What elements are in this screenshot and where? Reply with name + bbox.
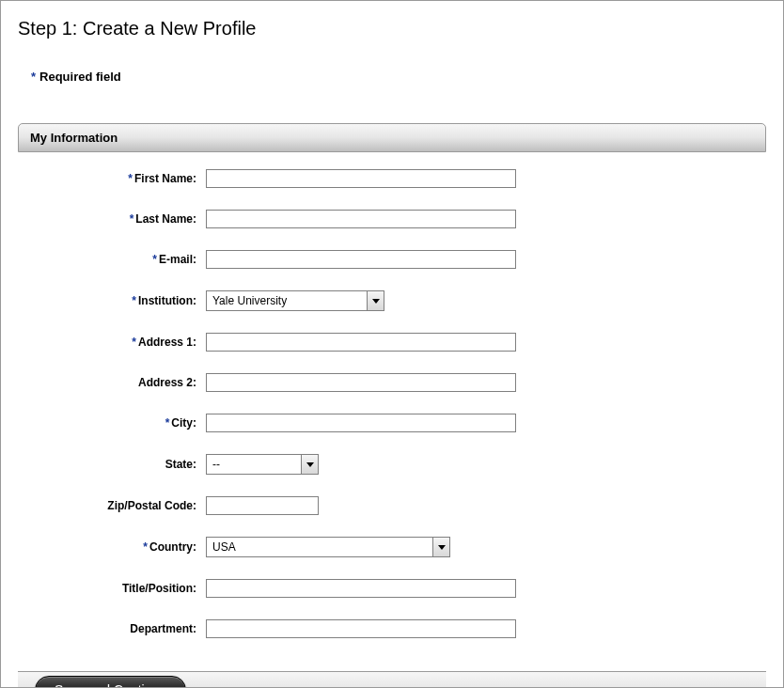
city-input[interactable]	[206, 414, 516, 432]
footer-bar: Save and Continue	[18, 671, 766, 688]
chevron-down-icon	[432, 538, 449, 556]
title-position-label: Title/Position:	[18, 582, 206, 595]
zip-label: Zip/Postal Code:	[18, 499, 206, 512]
required-field-text: Required field	[39, 70, 121, 84]
last-name-input[interactable]	[206, 210, 516, 228]
asterisk-icon: *	[143, 540, 148, 554]
first-name-label: *First Name:	[18, 172, 206, 185]
svg-marker-2	[438, 545, 446, 550]
institution-select[interactable]: Yale University	[206, 290, 384, 311]
save-and-continue-button[interactable]: Save and Continue	[35, 676, 186, 688]
email-input[interactable]	[206, 250, 516, 269]
asterisk-icon: *	[31, 70, 36, 84]
country-select[interactable]: USA	[206, 537, 450, 557]
asterisk-icon: *	[165, 416, 170, 430]
address2-input[interactable]	[206, 373, 516, 392]
chevron-down-icon	[301, 455, 318, 474]
label-text: First Name:	[134, 172, 196, 185]
address1-input[interactable]	[206, 333, 516, 352]
chevron-down-icon	[367, 291, 384, 310]
label-text: Institution:	[138, 294, 196, 307]
required-field-legend: *Required field	[31, 70, 766, 84]
asterisk-icon: *	[152, 253, 157, 266]
email-label: *E-mail:	[18, 253, 206, 266]
asterisk-icon: *	[130, 212, 134, 226]
country-label: *Country:	[18, 540, 206, 554]
address1-label: *Address 1:	[18, 336, 206, 349]
section-header: My Information	[18, 123, 766, 152]
label-text: Department:	[130, 622, 196, 635]
label-text: Address 2:	[138, 376, 196, 389]
address2-label: Address 2:	[18, 376, 206, 389]
label-text: Zip/Postal Code:	[107, 499, 196, 512]
label-text: City:	[171, 416, 196, 430]
state-select-value: --	[207, 455, 301, 474]
title-position-input[interactable]	[206, 579, 516, 598]
zip-input[interactable]	[206, 496, 319, 515]
city-label: *City:	[18, 416, 206, 430]
state-label: State:	[18, 458, 206, 471]
asterisk-icon: *	[132, 336, 136, 349]
institution-label: *Institution:	[18, 294, 206, 307]
form-body: *First Name: *Last Name: *E-mail:	[18, 152, 766, 671]
label-text: Last Name:	[135, 212, 196, 226]
first-name-input[interactable]	[206, 169, 516, 188]
label-text: Address 1:	[138, 336, 196, 349]
label-text: E-mail:	[159, 253, 196, 266]
asterisk-icon: *	[132, 294, 136, 307]
department-input[interactable]	[206, 619, 516, 638]
institution-select-value: Yale University	[207, 291, 367, 310]
svg-marker-0	[372, 299, 380, 304]
last-name-label: *Last Name:	[18, 212, 206, 226]
page-title: Step 1: Create a New Profile	[18, 18, 766, 39]
department-label: Department:	[18, 622, 206, 635]
country-select-value: USA	[207, 538, 432, 556]
label-text: Country:	[149, 540, 196, 554]
state-select[interactable]: --	[206, 454, 319, 475]
label-text: State:	[165, 458, 196, 471]
asterisk-icon: *	[128, 172, 133, 185]
svg-marker-1	[306, 462, 314, 467]
label-text: Title/Position:	[122, 582, 196, 595]
